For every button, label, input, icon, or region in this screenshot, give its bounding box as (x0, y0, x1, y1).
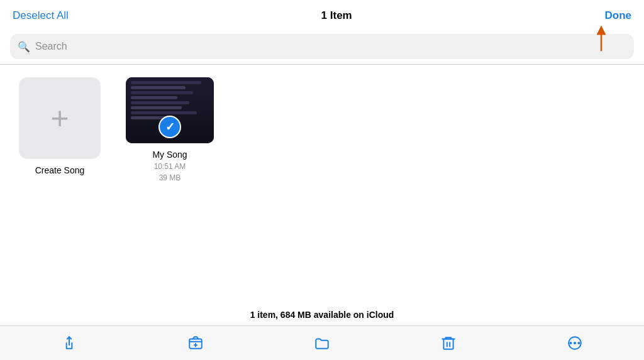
my-song-name: My Song (152, 150, 187, 160)
content-area: + Create Song ✓ My Song 10:51 AM 39 MB (0, 65, 644, 196)
folder-button[interactable] (308, 329, 336, 357)
create-song-box: + (19, 77, 101, 159)
search-bar[interactable]: 🔍 Search (10, 34, 634, 59)
more-button[interactable] (561, 329, 589, 357)
my-song-tile[interactable]: ✓ My Song 10:51 AM 39 MB (126, 77, 214, 183)
svg-point-9 (578, 342, 579, 344)
create-song-label: Create Song (35, 165, 85, 175)
svg-point-8 (570, 342, 571, 344)
search-placeholder: Search (35, 41, 67, 52)
share-icon (61, 335, 77, 351)
my-song-time: 10:51 AM 39 MB (154, 161, 186, 183)
plus-icon: + (50, 102, 69, 134)
status-bar: 1 item, 684 MB available on iCloud (0, 304, 644, 325)
done-button[interactable]: Done (605, 9, 632, 22)
folder-icon (314, 335, 330, 351)
selection-check: ✓ (158, 116, 181, 138)
bottom-toolbar (0, 325, 644, 360)
add-to-folder-button[interactable] (182, 329, 209, 357)
daw-track-1 (131, 81, 201, 84)
more-icon (567, 335, 583, 351)
checkmark-icon: ✓ (165, 120, 175, 134)
daw-track-6 (131, 106, 182, 109)
delete-button[interactable] (435, 329, 462, 357)
top-bar: Deselect All 1 Item Done (0, 0, 644, 31)
daw-track-2 (131, 86, 186, 89)
item-count-label: 1 Item (321, 9, 352, 22)
svg-point-7 (574, 342, 575, 344)
svg-rect-4 (443, 339, 453, 349)
delete-icon (440, 335, 457, 351)
daw-track-7 (131, 111, 197, 114)
status-text: 1 item, 684 MB available on iCloud (250, 310, 394, 320)
add-to-folder-icon (187, 335, 204, 351)
daw-track-3 (131, 91, 193, 94)
search-icon: 🔍 (18, 41, 30, 53)
share-button[interactable] (55, 329, 83, 357)
deselect-all-button[interactable]: Deselect All (13, 9, 69, 22)
create-song-tile[interactable]: + Create Song (19, 77, 101, 175)
daw-track-5 (131, 101, 189, 104)
my-song-thumbnail: ✓ (126, 77, 214, 143)
daw-track-4 (131, 96, 177, 99)
